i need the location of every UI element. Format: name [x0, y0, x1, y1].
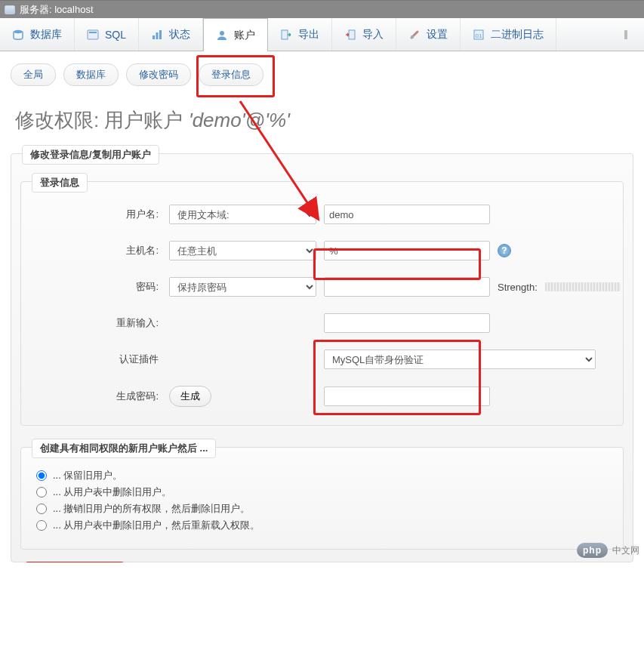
radio-keep-old-input[interactable] [36, 470, 47, 481]
svg-rect-4 [156, 32, 159, 39]
page-title: 修改权限: 用户账户 'demo'@'%' [0, 91, 644, 137]
username-mode-select[interactable]: 使用文本域: [169, 205, 316, 224]
tab-label: 账户 [234, 29, 255, 42]
fieldset-legend: 登录信息 [32, 173, 88, 193]
more-icon [620, 29, 632, 41]
radio-label: ... 撤销旧用户的所有权限，然后删除旧用户。 [53, 502, 250, 516]
strength-label: Strength: [498, 282, 538, 293]
radio-label: ... 从用户表中删除旧用户，然后重新载入权限。 [53, 519, 260, 532]
radio-keep-old[interactable]: ... 保留旧用户。 [36, 467, 608, 484]
subtab-changepwd[interactable]: 修改密码 [126, 63, 191, 86]
svg-rect-8 [349, 30, 355, 39]
svg-rect-1 [88, 30, 98, 39]
tab-sql[interactable]: SQL [75, 18, 139, 51]
svg-text:01: 01 [476, 32, 482, 39]
retype-label: 重新输入: [33, 316, 162, 330]
top-tabs: 数据库 SQL 状态 账户 导出 导入 设置 [0, 18, 644, 51]
tab-settings[interactable]: 设置 [396, 18, 461, 51]
authplugin-select[interactable]: MySQL自带身份验证 [324, 350, 596, 369]
tab-binlog[interactable]: 01 二进制日志 [461, 18, 556, 51]
radio-delete-reload[interactable]: ... 从用户表中删除旧用户，然后重新载入权限。 [36, 517, 608, 534]
subtab-global[interactable]: 全局 [11, 63, 56, 86]
tab-label: 二进制日志 [491, 28, 544, 42]
svg-point-9 [411, 35, 414, 38]
help-icon[interactable]: ? [498, 244, 511, 257]
copy-legend: 创建具有相同权限的新用户账户然后 ... [32, 439, 216, 458]
database-icon [12, 29, 24, 41]
tab-label: 数据库 [30, 28, 62, 42]
row-password: 密码: 保持原密码 Strength: [33, 277, 611, 297]
watermark: php 中文网 [577, 543, 639, 558]
radio-label: ... 从用户表中删除旧用户。 [53, 485, 171, 499]
password-mode-select[interactable]: 保持原密码 [169, 277, 316, 297]
tab-spacer [556, 18, 608, 51]
svg-rect-2 [89, 32, 97, 33]
fieldset-copy-user: 创建具有相同权限的新用户账户然后 ... ... 保留旧用户。 ... 从用户表… [20, 447, 624, 550]
row-genpwd: 生成密码: 生成 [33, 386, 611, 407]
genpwd-input[interactable] [324, 387, 490, 406]
group-edit-login: 修改登录信息/复制用户账户 登录信息 用户名: 使用文本域: 主机名: 任意主机… [11, 153, 633, 562]
row-retype: 重新输入: [33, 313, 611, 333]
host-mode-select[interactable]: 任意主机 [169, 241, 316, 260]
radio-delete-reload-input[interactable] [36, 520, 47, 531]
authplugin-label: 认证插件 [33, 353, 162, 366]
svg-point-0 [14, 29, 23, 32]
tab-status[interactable]: 状态 [139, 18, 203, 51]
radio-revoke-delete[interactable]: ... 撤销旧用户的所有权限，然后删除旧用户。 [36, 501, 608, 517]
tab-label: SQL [105, 29, 126, 41]
server-icon [5, 5, 15, 14]
tab-label: 设置 [427, 28, 448, 42]
subtab-logininfo[interactable]: 登录信息 [199, 63, 263, 86]
svg-rect-12 [624, 30, 627, 39]
sql-icon [87, 29, 99, 41]
radio-list: ... 保留旧用户。 ... 从用户表中删除旧用户。 ... 撤销旧用户的所有权… [33, 463, 611, 538]
title-prefix: 修改权限: 用户账户 [15, 109, 189, 131]
retype-input[interactable] [324, 313, 490, 333]
tab-accounts[interactable]: 账户 [203, 18, 268, 51]
sub-tabs: 全局 数据库 修改密码 登录信息 [0, 51, 644, 91]
import-icon [344, 29, 356, 41]
radio-delete-old-input[interactable] [36, 487, 47, 497]
tab-more[interactable] [608, 18, 644, 51]
password-input[interactable] [324, 277, 490, 297]
tab-label: 导入 [362, 28, 384, 42]
settings-icon [408, 29, 421, 41]
generate-button[interactable]: 生成 [169, 386, 211, 407]
svg-rect-3 [153, 35, 155, 39]
tab-database[interactable]: 数据库 [0, 18, 75, 51]
host-label: 主机名: [33, 244, 162, 257]
binlog-icon: 01 [473, 29, 485, 41]
server-title: 服务器: localhost [20, 1, 94, 19]
row-username: 用户名: 使用文本域: [33, 205, 611, 224]
svg-point-6 [220, 31, 224, 35]
window-titlebar: 服务器: localhost [0, 0, 644, 18]
watermark-text: 中文网 [612, 544, 639, 557]
username-label: 用户名: [33, 208, 162, 221]
row-authplugin: 认证插件 MySQL自带身份验证 [33, 350, 611, 369]
radio-label: ... 保留旧用户。 [53, 469, 122, 482]
genpwd-label: 生成密码: [33, 390, 162, 403]
row-host: 主机名: 任意主机 ? [33, 241, 611, 260]
tab-import[interactable]: 导入 [332, 18, 396, 51]
radio-delete-old[interactable]: ... 从用户表中删除旧用户。 [36, 484, 608, 501]
radio-revoke-delete-input[interactable] [36, 504, 47, 514]
title-account: 'demo'@'%' [189, 109, 290, 131]
username-input[interactable] [324, 205, 490, 224]
subtab-database[interactable]: 数据库 [63, 63, 119, 86]
export-icon [280, 29, 292, 41]
tab-label: 导出 [298, 28, 319, 42]
svg-rect-7 [282, 30, 288, 39]
svg-rect-5 [159, 30, 162, 39]
group-legend: 修改登录信息/复制用户账户 [22, 145, 159, 165]
host-input[interactable] [324, 241, 490, 260]
tab-label: 状态 [169, 28, 190, 42]
fieldset-login-info: 登录信息 用户名: 使用文本域: 主机名: 任意主机 ? 密码: 保持原密 [20, 181, 624, 426]
tab-export[interactable]: 导出 [268, 18, 332, 51]
password-label: 密码: [33, 280, 162, 294]
strength-bar [545, 282, 621, 291]
watermark-logo: php [577, 543, 608, 558]
accounts-icon [216, 29, 228, 42]
status-icon [151, 29, 163, 41]
